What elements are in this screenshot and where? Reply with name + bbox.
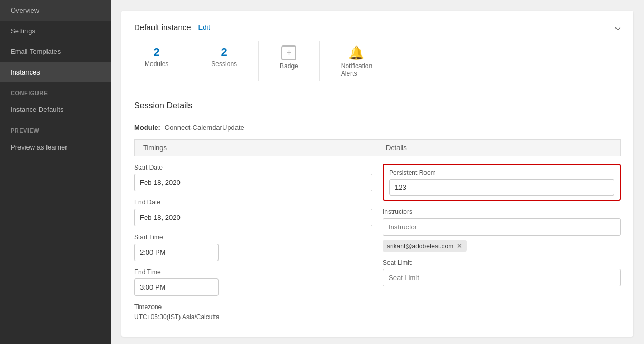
instructor-tags: srikant@adobetest.com ✕ (383, 240, 621, 252)
modules-count: 2 (154, 45, 160, 59)
preview-section-label: PREVIEW (0, 120, 111, 137)
instance-card: Default instance Edit ⌵ 2 Modules 2 Sess… (121, 11, 633, 337)
stat-sessions[interactable]: 2 Sessions (190, 41, 259, 81)
sessions-count: 2 (221, 45, 228, 59)
instructor-input[interactable] (383, 218, 621, 236)
sidebar-item-instance-defaults[interactable]: Instance Defaults (0, 99, 111, 120)
end-date-input[interactable] (134, 209, 372, 226)
main-content: Default instance Edit ⌵ 2 Modules 2 Sess… (111, 0, 644, 344)
session-details-title: Session Details (134, 101, 621, 110)
seat-limit-group: Seat Limit: (383, 259, 621, 286)
start-time-input[interactable] (134, 244, 219, 261)
sidebar-item-instances[interactable]: Instances (0, 62, 111, 82)
stats-row: 2 Modules 2 Sessions + Badge 🔔 Notificat… (134, 41, 621, 90)
end-time-group: End Time (134, 268, 372, 296)
configure-section-label: CONFIGURE (0, 82, 111, 99)
module-value: Connect-CalemdarUpdate (165, 124, 244, 132)
remove-instructor-button[interactable]: ✕ (457, 242, 462, 250)
sidebar-item-email-templates[interactable]: Email Templates (0, 41, 111, 62)
instructors-label: Instructors (383, 208, 621, 216)
persistent-room-input[interactable] (389, 179, 614, 196)
sidebar-item-settings[interactable]: Settings (0, 21, 111, 41)
end-time-input[interactable] (134, 278, 219, 296)
section-divider (134, 116, 621, 116)
stat-notification-alerts[interactable]: 🔔 NotificationAlerts (320, 41, 393, 81)
notification-alerts-label: NotificationAlerts (341, 62, 372, 77)
instructor-tag: srikant@adobetest.com ✕ (383, 240, 467, 252)
end-time-label: End Time (134, 268, 372, 276)
timings-col-header: Timings (135, 140, 377, 156)
sessions-label: Sessions (211, 60, 237, 68)
sidebar-item-preview-as-learner[interactable]: Preview as learner (0, 137, 111, 157)
timezone-group: Timezone UTC+05:30(IST) Asia/Calcutta (134, 303, 372, 321)
instructors-group: Instructors srikant@adobetest.com ✕ (383, 208, 621, 252)
timings-column: Start Date End Date Start Time End Time (134, 164, 372, 321)
persistent-room-label: Persistent Room (389, 169, 614, 176)
details-column: Persistent Room Instructors srikant@adob… (383, 164, 621, 321)
module-row: Module: Connect-CalemdarUpdate (134, 124, 621, 132)
bell-icon: 🔔 (348, 45, 364, 60)
stat-badge[interactable]: + Badge (259, 41, 320, 81)
sidebar-item-overview[interactable]: Overview (0, 0, 111, 21)
start-date-label: Start Date (134, 164, 372, 171)
sidebar: Overview Settings Email Templates Instan… (0, 0, 111, 344)
start-date-input[interactable] (134, 174, 372, 191)
persistent-room-container: Persistent Room (383, 164, 621, 201)
edit-link[interactable]: Edit (198, 23, 210, 31)
start-time-label: Start Time (134, 234, 372, 241)
card-header: Default instance Edit ⌵ (134, 21, 621, 33)
timezone-label: Timezone (134, 303, 372, 311)
end-date-label: End Date (134, 199, 372, 206)
module-label: Module: (134, 124, 160, 132)
start-time-group: Start Time (134, 234, 372, 261)
details-col-header: Details (377, 140, 620, 156)
chevron-down-icon[interactable]: ⌵ (615, 21, 621, 33)
session-details-section: Session Details Module: Connect-Calemdar… (134, 101, 621, 321)
seat-limit-input[interactable] (383, 269, 621, 286)
end-date-group: End Date (134, 199, 372, 226)
start-date-group: Start Date (134, 164, 372, 191)
seat-limit-label: Seat Limit: (383, 259, 621, 266)
session-form: Start Date End Date Start Time End Time (134, 156, 621, 321)
modules-label: Modules (145, 60, 168, 68)
card-title: Default instance (134, 23, 191, 32)
plus-icon: + (281, 45, 296, 60)
table-header: Timings Details (134, 139, 621, 156)
card-header-left: Default instance Edit (134, 23, 210, 32)
timezone-value: UTC+05:30(IST) Asia/Calcutta (134, 313, 372, 321)
badge-label: Badge (280, 62, 298, 70)
stat-modules[interactable]: 2 Modules (134, 41, 190, 81)
